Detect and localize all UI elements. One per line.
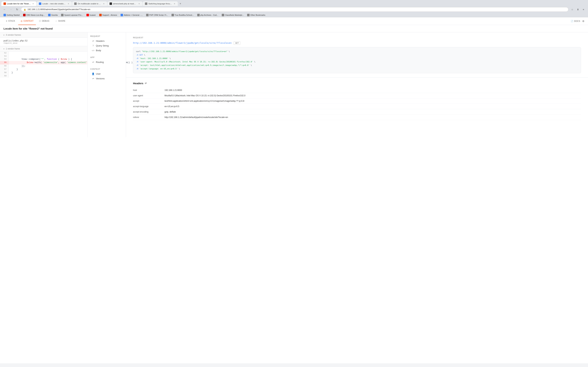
main-layout: ▾ 4 vendor frames public/index.php:52 re… [0,32,588,137]
back-button[interactable]: ← [2,7,7,12]
header-key-accept: accept [133,100,164,102]
curl-line-6: -H 'accept-language: en-US,en;q=0.5' \ [136,67,578,71]
request-url-link[interactable]: http://192.168.1.21:8000/admin/flower2/j… [133,42,232,44]
versions-icon: ⇌ [92,77,95,80]
reload-button[interactable]: ↻ [15,7,20,12]
app-container: ≡ STACK ◎ CONTEXT ⬡ DEBUG → SHARE 📄 DOCS… [0,17,588,363]
bookmark-php-crm[interactable]: PHP CRM Script, Fr... [145,13,169,17]
bookmark-classifieds[interactable]: Classifieds Marketpl... [220,13,245,17]
bookmark-php-archives[interactable]: php Archives - Cod... [196,13,220,17]
curl-line-4: -H 'user-agent: Mozilla/5.0 (Macintosh; … [136,60,578,64]
bookmark-label: Support - Aimeos [102,14,117,16]
bookmark-label: Syarat Layanan Pro... [64,14,83,16]
tab-favicon-3 [74,2,77,5]
nav-item-stack-label: STACK [8,20,15,22]
vendor-frames-bottom[interactable]: ▾ 1 vendor frame [0,46,87,51]
header-val-accept-language: en-US,en;q=0.5 [164,105,581,108]
line-content [9,75,87,78]
sidebar-item-user[interactable]: 👤 User [90,71,123,76]
bookmark-favicon [146,14,148,16]
bookmark-addons[interactable]: Addons > General - ... [119,13,144,17]
sidebar-item-versions[interactable]: ⇌ Versions [90,76,123,81]
sidebar-item-versions-label: Versions [96,77,105,80]
headers-swap-icon[interactable]: ⇄ [145,82,147,84]
header-row-user-agent: user-agent Mozilla/5.0 (Macintosh; Intel… [133,93,581,98]
sidebar-item-headers[interactable]: ⇌ Headers [90,39,123,43]
tab-label-4: aimeos/web.php at master · aim... [113,3,137,5]
header-row-accept-language: accept-language en-US,en;q=0.5 [133,104,581,109]
header-val-referer: http://192.168.1.21/admin/default/jqadm/… [164,116,581,118]
header-row-referer: referer http://192.168.1.21/admin/defaul… [133,115,581,120]
tab-2[interactable]: Locale – new site creation – Help fo... … [37,1,72,6]
vendor-frames-bottom-label: 1 vendor frame [6,48,20,50]
settings-gear-button[interactable]: ⚙ [582,20,585,23]
bookmark-label: Getting Started [7,14,20,16]
tab-close-1[interactable]: ✕ [32,3,34,5]
address-bar[interactable]: 🔒 192.168.1.21:8000/admin/flower2/jqadm/… [21,7,568,12]
code-line-55: 55 $view->with( 'aimeossite', app( 'aime… [0,61,87,64]
nav-item-context[interactable]: ◎ CONTEXT [18,17,36,25]
header-key-host: host [133,89,164,92]
bookmark-favicon [121,14,123,16]
sidebar-item-query-label: Query String [96,44,109,47]
tab-label-1: Locale item for site "flower2" not fo... [7,3,31,5]
bookmark-buddha[interactable]: True Buddha School... [170,13,195,17]
sidebar-item-routing[interactable]: ⇌ Routing [90,60,123,65]
app-nav: ≡ STACK ◎ CONTEXT ⬡ DEBUG → SHARE 📄 DOCS… [0,17,588,25]
nav-item-debug[interactable]: ⬡ DEBUG [37,17,52,25]
request-section: REQUEST http://192.168.1.21:8000/admin/f… [126,32,588,78]
file-frame[interactable]: public/index.php:52 require_once [0,38,87,46]
header-row-host: host 192.168.1.21:8000 [133,88,581,93]
new-tab-button[interactable]: + [178,1,182,6]
nav-item-share[interactable]: → SHARE [52,17,68,25]
bookmark-goorita[interactable]: Goorita [47,13,59,17]
bookmark-favicon [222,14,224,16]
downloads-icon[interactable]: ⬇ [575,7,580,12]
line-num: 52 [0,51,9,55]
vendor-frames-top-label: 4 vendor frames [6,34,21,36]
forward-button[interactable]: → [9,7,13,12]
bookmark-label: CBS News Los Ang... [26,14,45,16]
bookmark-cbs[interactable]: CBS News Los Ang... [22,13,46,17]
bookmark-label: Classifieds Marketpl... [225,14,244,16]
tab-close-2[interactable]: ✕ [67,3,70,5]
line-content: }); [9,65,87,68]
docs-link[interactable]: 📄 DOCS [571,20,580,22]
nav-item-stack[interactable]: ≡ STACK [3,17,17,25]
menu-icon[interactable]: ≡ [581,7,586,12]
bookmark-getting-started[interactable]: Getting Started [2,13,21,17]
tab-4[interactable]: aimeos/web.php at master · aim... ✕ [107,1,142,6]
tab-close-3[interactable]: ✕ [103,3,105,5]
header-val-accept-encoding: gzip, deflate [164,111,581,113]
header-val-host: 192.168.1.21:8000 [164,89,581,92]
vendor-frames-top[interactable]: ▾ 4 vendor frames [0,32,87,38]
bookmark-label: huawei [90,14,96,16]
tab-close-4[interactable]: ✕ [138,3,140,5]
bookmark-label: True Buddha School... [175,14,194,16]
tab-close-5[interactable]: ✕ [173,3,176,5]
bookmark-syarat[interactable]: Syarat Layanan Pro... [60,13,84,17]
code-line-54: 54 View::composer('*', function ( $view … [0,58,87,61]
tab-3[interactable]: On multilocale unable to access /ac... ✕ [72,1,107,6]
bookmarks-icon[interactable]: ☆ [570,7,575,12]
sidebar-item-body[interactable]: </> Body [90,48,123,53]
context-icon: ◎ [21,20,22,22]
line-content: View::composer('*', function ( $view ) { [9,58,87,61]
sidebar-item-query-string[interactable]: ? Query String [90,43,123,48]
code-line-57: 57 } [0,68,87,71]
headers-icon: ⇌ [92,40,95,42]
bookmark-aimeos[interactable]: Support - Aimeos [98,13,119,17]
tab-label-2: Locale – new site creation – Help fo... [42,3,66,5]
line-content [9,55,87,58]
stack-icon: ≡ [6,20,7,22]
tab-1[interactable]: Locale item for site "flower2" not fo...… [1,1,36,6]
curl-line-2: -X GET \ [136,53,578,57]
tab-label-3: On multilocale unable to access /ac... [78,3,102,5]
body-icon: </> [92,50,95,51]
stack-code-panel: ▾ 4 vendor frames public/index.php:52 re… [0,32,87,137]
debug-icon: ⬡ [39,20,41,22]
tab-5[interactable]: Switching language through url loca... ✕ [143,1,178,6]
bookmark-huawei[interactable]: huawei [85,13,97,17]
line-num: 58 [0,71,9,75]
bookmark-other[interactable]: Other Bookmarks [246,13,267,17]
